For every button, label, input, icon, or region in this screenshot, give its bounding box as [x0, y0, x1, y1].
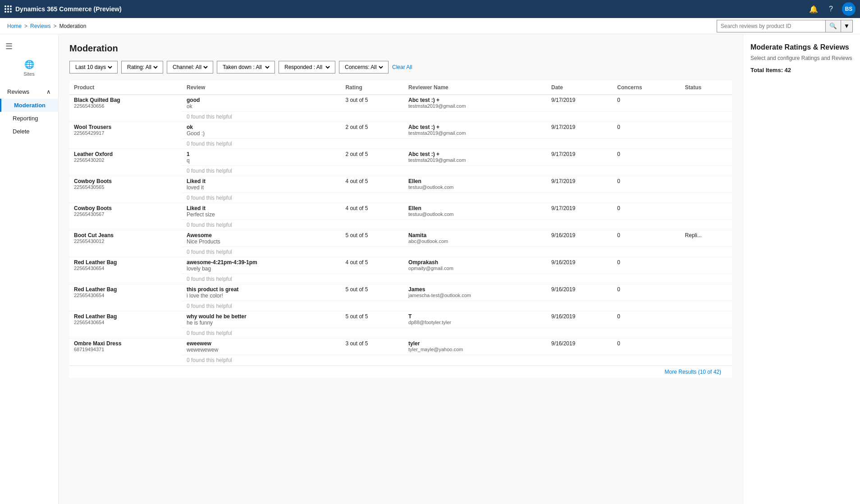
cell-reviewer: T dp88@footyler.tyler: [404, 312, 547, 328]
reviewer-name: Abc test :) +: [408, 151, 542, 157]
waffle-icon[interactable]: [5, 5, 12, 13]
cell-reviewer: Ellen testuu@outlook.com: [404, 203, 547, 220]
review-title: 1: [187, 151, 336, 157]
notifications-icon[interactable]: 🔔: [807, 3, 820, 15]
channel-filter[interactable]: Channel: All: [167, 61, 213, 73]
responded-filter[interactable]: Responded : All Responded: Yes Responded…: [279, 61, 335, 73]
search-dropdown-button[interactable]: ▼: [841, 20, 852, 32]
cell-product: Leather Oxford 22565430202: [69, 149, 182, 176]
cell-date: 9/17/2019: [547, 95, 613, 112]
reviewer-name: Omprakash: [408, 259, 542, 266]
taken-down-filter[interactable]: Taken down : All Taken down: Yes Taken d…: [217, 61, 275, 73]
cell-review: eweewew wewewewew: [182, 339, 341, 355]
product-id: 68719494371: [74, 347, 178, 352]
table-row[interactable]: Red Leather Bag 22565430654 this product…: [69, 284, 732, 301]
help-icon[interactable]: ?: [827, 3, 835, 15]
review-body: Nice Products: [187, 238, 336, 245]
col-concerns: Concerns: [613, 81, 680, 95]
cell-date: 9/16/2019: [547, 339, 613, 355]
cell-rating: 4 out of 5: [341, 176, 404, 193]
bottom-bar: More Results (10 of 42): [69, 366, 732, 378]
menu-icon[interactable]: ☰: [0, 38, 58, 55]
product-id: 22565430565: [74, 184, 178, 190]
cell-status: [681, 203, 732, 220]
cell-reviewer: James jamescha-test@outlook.com: [404, 284, 547, 301]
cell-product: Cowboy Boots 22565430565: [69, 176, 182, 203]
product-name: Red Leather Bag: [74, 259, 178, 266]
reviewer-name: Ellen: [408, 178, 542, 184]
cell-reviewer: Abc test :) + testmsta2019@gmail.com: [404, 149, 547, 166]
cell-concerns: 0: [613, 149, 680, 166]
table-row[interactable]: Black Quilted Bag 22565430656 good ok 3 …: [69, 95, 732, 112]
cell-concerns: 0: [613, 95, 680, 112]
table-row[interactable]: Cowboy Boots 22565430565 Liked it loved …: [69, 176, 732, 193]
sidebar-sub-delete[interactable]: Delete: [0, 125, 58, 138]
table-row[interactable]: Red Leather Bag 22565430654 awesome-4:21…: [69, 257, 732, 274]
cell-product: Red Leather Bag 22565430654: [69, 257, 182, 284]
channel-filter-select[interactable]: Channel: All: [171, 64, 209, 71]
cell-concerns: 0: [613, 312, 680, 328]
right-panel-title: Moderate Ratings & Reviews: [750, 43, 853, 51]
taken-down-filter-select[interactable]: Taken down : All Taken down: Yes Taken d…: [221, 64, 271, 71]
review-body: ok: [187, 103, 336, 110]
review-title: Liked it: [187, 205, 336, 211]
product-name: Boot Cut Jeans: [74, 232, 178, 238]
reviewer-email: testuu@outlook.com: [408, 211, 542, 217]
reviewer-email: opmaity@gmail.com: [408, 266, 542, 271]
clear-all-button[interactable]: Clear All: [392, 64, 412, 70]
cell-rating: 2 out of 5: [341, 149, 404, 166]
concerns-filter[interactable]: Concerns: All: [339, 61, 389, 73]
sidebar-delete-label: Delete: [13, 128, 30, 135]
table-row[interactable]: Red Leather Bag 22565430654 why would he…: [69, 312, 732, 328]
more-results-button[interactable]: More Results (10 of 42): [665, 369, 721, 375]
cell-reviewer: Namita abc@outlook.com: [404, 230, 547, 247]
review-body: lovely bag: [187, 266, 336, 272]
review-body: i love the color!: [187, 293, 336, 299]
search-button[interactable]: 🔍: [825, 20, 841, 32]
cell-status: [681, 284, 732, 301]
search-input[interactable]: [717, 23, 825, 29]
cell-status: [681, 122, 732, 139]
reviewer-email: testuu@outlook.com: [408, 184, 542, 190]
sidebar-item-sites[interactable]: 🌐 Sites: [0, 55, 58, 81]
responded-filter-select[interactable]: Responded : All Responded: Yes Responded…: [283, 64, 331, 71]
table-row[interactable]: Ombre Maxi Dress 68719494371 eweewew wew…: [69, 339, 732, 355]
review-title: good: [187, 97, 336, 103]
col-status: Status: [681, 81, 732, 95]
cell-rating: 3 out of 5: [341, 339, 404, 355]
concerns-filter-select[interactable]: Concerns: All: [343, 64, 384, 71]
breadcrumb-reviews[interactable]: Reviews: [30, 23, 50, 29]
cell-review: 1 q: [182, 149, 341, 166]
cell-date: 9/16/2019: [547, 284, 613, 301]
table-row[interactable]: Cowboy Boots 22565430567 Liked it Perfec…: [69, 203, 732, 220]
breadcrumb-sep-2: >: [53, 23, 56, 29]
sidebar-sub-reporting[interactable]: Reporting: [0, 112, 58, 125]
breadcrumb-current: Moderation: [59, 23, 86, 29]
review-title: eweewew: [187, 340, 336, 347]
cell-product: Red Leather Bag 22565430654: [69, 284, 182, 312]
rating-filter[interactable]: Rating: All Rating: 1 Rating: 2 Rating: …: [121, 61, 163, 73]
col-date[interactable]: Date: [547, 81, 613, 95]
cell-concerns: 0: [613, 284, 680, 301]
main-layout: ☰ 🌐 Sites Reviews ∧ Moderation Reporting…: [0, 34, 860, 504]
cell-concerns: 0: [613, 203, 680, 220]
reviewer-email: dp88@footyler.tyler: [408, 320, 542, 325]
breadcrumb-home[interactable]: Home: [7, 23, 22, 29]
cell-rating: 3 out of 5: [341, 95, 404, 112]
cell-review: Liked it Perfect size: [182, 203, 341, 220]
product-id: 22565430654: [74, 320, 178, 325]
sidebar-sub-moderation[interactable]: Moderation: [0, 99, 58, 112]
table-row[interactable]: Wool Trousers 22565429917 ok Good :) 2 o…: [69, 122, 732, 139]
cell-review: why would he be better he is funny: [182, 312, 341, 328]
avatar[interactable]: BS: [842, 2, 855, 16]
rating-filter-select[interactable]: Rating: All Rating: 1 Rating: 2 Rating: …: [125, 64, 159, 71]
table-row[interactable]: Boot Cut Jeans 22565430012 Awesome Nice …: [69, 230, 732, 247]
table-row[interactable]: Leather Oxford 22565430202 1 q 2 out of …: [69, 149, 732, 166]
cell-rating: 4 out of 5: [341, 257, 404, 274]
cell-product: Wool Trousers 22565429917: [69, 122, 182, 149]
sidebar-item-reviews[interactable]: Reviews ∧: [0, 85, 58, 99]
review-body: loved it: [187, 184, 336, 191]
date-filter[interactable]: Last 10 days Last 30 days Last 90 days A…: [69, 61, 118, 73]
date-filter-select[interactable]: Last 10 days Last 30 days Last 90 days A…: [73, 64, 114, 71]
cell-product: Ombre Maxi Dress 68719494371: [69, 339, 182, 366]
